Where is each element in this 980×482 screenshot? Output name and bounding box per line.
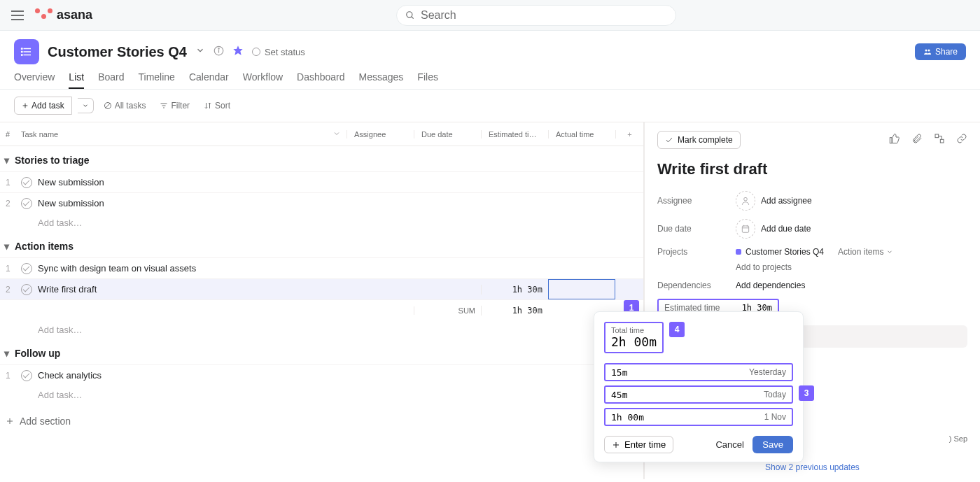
search-input[interactable]: Search [396,5,676,26]
task-title[interactable]: Write first draft [645,157,980,187]
tab-messages[interactable]: Messages [359,71,404,89]
col-assignee[interactable]: Assignee [346,130,414,139]
share-button[interactable]: Share [915,43,966,60]
col-actual[interactable]: Actual time [548,130,615,139]
asana-logo: asana [35,8,92,22]
sort-icon [204,101,212,110]
section-header[interactable]: ▾ Stories to triage [0,146,643,171]
svg-point-26 [744,197,748,201]
task-row[interactable]: 1 Sync with design team on visual assets [0,257,643,278]
chevron-down-icon[interactable] [332,129,341,139]
time-entry-row[interactable]: 15m Yesterday [604,363,793,381]
dependencies-label: Dependencies [657,281,736,290]
add-dependencies-button[interactable]: Add dependencies [736,281,805,290]
col-due[interactable]: Due date [414,130,481,139]
enter-time-button[interactable]: Enter time [604,436,673,453]
hamburger-icon[interactable] [11,10,24,20]
assignee-label: Assignee [657,196,736,206]
info-icon[interactable] [214,45,224,59]
add-to-projects-button[interactable]: Add to projects [645,261,980,276]
set-status-button[interactable]: Set status [252,47,305,57]
add-task-button[interactable]: Add task [14,97,72,115]
project-icon [14,39,39,64]
add-task-inline[interactable]: Add task… [0,213,643,232]
annotation-badge: 4 [669,322,685,337]
task-row[interactable]: 1 New submission [0,171,643,192]
col-number: # [0,130,18,139]
svg-point-12 [925,50,927,52]
add-due-date-button[interactable]: Add due date [736,219,811,239]
tab-workflow[interactable]: Workflow [243,71,283,89]
plus-icon [6,417,14,425]
complete-checkbox[interactable] [21,177,32,188]
project-title: Customer Stories Q4 [48,44,187,60]
all-tasks-filter[interactable]: All tasks [99,99,150,113]
task-row[interactable]: 2 Write first draft 1h 30m [0,278,643,299]
chevron-down-icon [886,248,893,255]
svg-rect-23 [890,138,892,143]
like-icon[interactable] [889,133,900,147]
add-section-button[interactable]: Add section [0,404,643,427]
add-column-button[interactable]: + [615,130,643,139]
project-tabs: Overview List Board Timeline Calendar Wo… [0,64,980,90]
time-entry-row[interactable]: 1h 00m 1 Nov [604,408,793,426]
svg-point-5 [22,48,23,50]
sum-row: SUM 1h 30m [0,299,643,320]
time-entry-row[interactable]: 45m Today [604,385,793,404]
people-icon [923,48,932,56]
col-estimated[interactable]: Estimated ti… [481,130,548,139]
svg-point-0 [407,11,412,17]
section-header[interactable]: ▾ Action items [0,232,643,257]
task-name: Write first draft [38,284,97,295]
star-icon[interactable] [232,45,244,59]
link-icon[interactable] [956,133,967,147]
task-name: Check analytics [38,370,102,381]
svg-point-6 [22,51,23,52]
attachment-icon[interactable] [911,133,923,147]
add-task-inline[interactable]: Add task… [0,385,643,404]
complete-checkbox[interactable] [21,370,32,381]
complete-checkbox[interactable] [21,263,32,274]
save-button[interactable]: Save [752,436,793,453]
check-icon [665,136,673,144]
subtask-icon[interactable] [934,133,945,147]
tab-dashboard[interactable]: Dashboard [297,71,345,89]
section-name: Stories to triage [15,155,90,166]
section-header[interactable]: ▾ Follow up [0,339,643,364]
project-section-dropdown[interactable]: Action items [838,247,893,257]
sum-label: SUM [414,306,481,315]
cancel-button[interactable]: Cancel [715,439,743,450]
svg-marker-11 [233,45,242,55]
tab-board[interactable]: Board [98,71,124,89]
tab-files[interactable]: Files [417,71,438,89]
svg-rect-24 [935,134,939,138]
filter-button[interactable]: Filter [155,99,194,113]
filter-icon [160,101,168,110]
projects-label: Projects [657,247,736,257]
task-row[interactable]: 1 Check analytics [0,364,643,385]
sort-button[interactable]: Sort [200,99,234,113]
complete-checkbox[interactable] [21,198,32,209]
top-bar: asana Search [0,0,980,31]
tab-overview[interactable]: Overview [14,71,55,89]
triangle-down-icon: ▾ [4,348,9,359]
tab-calendar[interactable]: Calendar [189,71,229,89]
task-row[interactable]: 2 New submission [0,192,643,213]
complete-checkbox[interactable] [21,284,32,295]
add-assignee-button[interactable]: Add assignee [736,191,812,211]
search-icon [405,10,415,20]
add-task-dropdown[interactable] [78,98,94,113]
chevron-down-icon[interactable] [195,45,205,58]
project-chip[interactable]: Customer Stories Q4 [736,247,824,257]
actual-time-cell[interactable] [548,279,615,299]
total-time-value: 2h 00m [611,334,657,349]
col-name[interactable]: Task name [18,130,332,139]
svg-point-7 [22,55,23,56]
triangle-down-icon: ▾ [4,241,9,252]
estimated-time-cell[interactable]: 1h 30m [481,285,548,295]
tab-timeline[interactable]: Timeline [139,71,175,89]
svg-point-10 [218,48,219,48]
mark-complete-button[interactable]: Mark complete [657,131,741,149]
add-task-inline[interactable]: Add task… [0,320,643,339]
tab-list[interactable]: List [69,71,84,89]
